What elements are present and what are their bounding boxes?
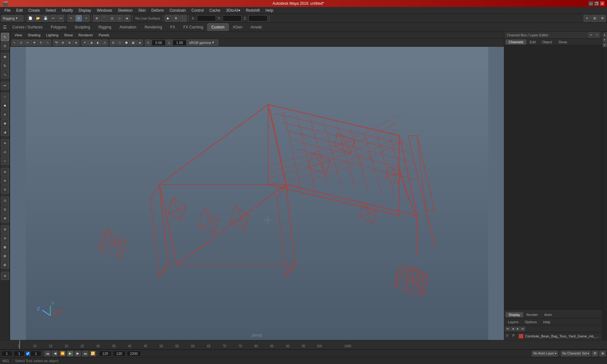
redo-button[interactable]: ↪ bbox=[57, 15, 64, 22]
step-back-btn[interactable]: ◀ bbox=[52, 351, 58, 356]
snap-view-button[interactable]: ◈ bbox=[124, 15, 131, 22]
menu-constrain[interactable]: Constrain bbox=[167, 8, 188, 13]
no-char-set-dropdown[interactable]: No Character Set ▾ bbox=[561, 351, 591, 356]
snap-surface-button[interactable]: ◇ bbox=[116, 15, 123, 22]
x-input[interactable] bbox=[197, 15, 216, 21]
snap-grid-button[interactable]: ⊕ bbox=[93, 15, 100, 22]
vp-grid-btn[interactable]: ⊞ bbox=[60, 39, 66, 46]
vp-lasso-btn[interactable]: ⊙ bbox=[18, 39, 24, 46]
snap-curve-button[interactable]: ⌒ bbox=[101, 15, 108, 22]
save-scene-button[interactable]: 💾 bbox=[42, 15, 49, 22]
extra-lt-4[interactable]: ▧ bbox=[1, 252, 9, 260]
extra-lt-1[interactable]: ⊞ bbox=[1, 225, 9, 234]
extra-lt-2[interactable]: ⊟ bbox=[1, 234, 9, 242]
snap-grid-lt[interactable]: ⊕ bbox=[1, 139, 9, 147]
render-lt-1[interactable]: ⊡ bbox=[1, 197, 9, 205]
tab-fx[interactable]: FX bbox=[166, 23, 179, 31]
subtab-layers[interactable]: Layers bbox=[506, 319, 521, 325]
vp-move-btn[interactable]: ✥ bbox=[31, 39, 38, 46]
tab-arnold[interactable]: Arnold bbox=[247, 23, 266, 31]
y-input[interactable] bbox=[223, 15, 242, 21]
rp-tab-edit[interactable]: Edit bbox=[526, 39, 539, 45]
vp-solid-btn[interactable]: ⬢ bbox=[123, 39, 130, 46]
layer-first-btn[interactable]: ⏮ bbox=[506, 327, 510, 331]
tab-xgen[interactable]: XGen bbox=[229, 23, 247, 31]
undo-button[interactable]: ↩ bbox=[50, 15, 57, 22]
viewport-canvas[interactable]: X Y Z persp bbox=[10, 47, 504, 340]
vp-paint-btn[interactable]: ✏ bbox=[25, 39, 31, 46]
step-fwd-btn[interactable]: ▶ bbox=[75, 351, 81, 356]
vp-light-btn[interactable]: ☀ bbox=[82, 39, 88, 46]
pivot-lt[interactable]: ⊗ bbox=[1, 177, 9, 185]
attr-settings-btn[interactable]: ⚙ bbox=[603, 43, 607, 47]
layer-row[interactable]: V P Cornhole_Bean_Bag_Toss_Yard_Game_mb_… bbox=[504, 332, 602, 340]
display-mode-4[interactable]: ▣ bbox=[1, 119, 9, 127]
go-to-start-btn[interactable]: ⏮ bbox=[44, 351, 51, 356]
tab-sculpting[interactable]: Sculpting bbox=[71, 23, 94, 31]
select-tool-lt[interactable]: ↖ bbox=[1, 33, 9, 41]
tab-curves-surfaces[interactable]: Curves / Surfaces bbox=[8, 23, 46, 31]
menu-deform[interactable]: Deform bbox=[149, 8, 166, 13]
attr-up-btn[interactable]: ▲ bbox=[603, 33, 607, 37]
channel-box-button[interactable]: ≡ bbox=[584, 15, 591, 22]
rp-tab-channels[interactable]: Channels bbox=[506, 39, 526, 45]
menu-modify[interactable]: Modify bbox=[59, 8, 75, 13]
attr-down-btn[interactable]: ▼ bbox=[603, 38, 607, 42]
tab-rendering[interactable]: Rendering bbox=[140, 23, 166, 31]
snap-surface-lt[interactable]: ◇ bbox=[1, 157, 9, 165]
soft-sel-lt[interactable]: ⊜ bbox=[1, 185, 9, 194]
vp-gamma-dropdown[interactable]: sRGB gamma ▾ bbox=[187, 39, 218, 46]
vp-iso-btn[interactable]: ⊟ bbox=[110, 39, 116, 46]
render-lt-3[interactable]: ⊠ bbox=[1, 214, 9, 222]
menu-cache[interactable]: Cache bbox=[207, 8, 223, 13]
menu-edit[interactable]: Edit bbox=[14, 8, 25, 13]
anim-end-input[interactable] bbox=[113, 351, 126, 356]
new-scene-button[interactable]: 📄 bbox=[27, 15, 34, 22]
vp-menu-renderer[interactable]: Renderer bbox=[76, 33, 95, 38]
ipr-button[interactable]: ⬛ bbox=[180, 15, 187, 22]
no-anim-layer-dropdown[interactable]: No Anim Layer ▾ bbox=[532, 351, 558, 356]
extra-lt-3[interactable]: ▦ bbox=[1, 243, 9, 251]
tab-fx-caching[interactable]: FX Caching bbox=[179, 23, 207, 31]
render-settings-button[interactable]: ⚙ bbox=[172, 15, 179, 22]
z-input[interactable] bbox=[248, 15, 267, 21]
vp-menu-lighting[interactable]: Lighting bbox=[44, 33, 61, 38]
menu-windows[interactable]: Windows bbox=[94, 8, 115, 13]
loop-btn[interactable]: 🔁 bbox=[90, 351, 96, 356]
vp-snap-btn[interactable]: ⊕ bbox=[66, 39, 73, 46]
extra-lt-5[interactable]: ▨ bbox=[1, 261, 9, 269]
display-mode-5[interactable]: ◪ bbox=[1, 128, 9, 136]
vp-ao-btn[interactable]: ◐ bbox=[95, 39, 101, 46]
tab-polygons[interactable]: Polygons bbox=[46, 23, 70, 31]
restore-button[interactable]: ❐ bbox=[594, 1, 599, 6]
vp-camera-btn[interactable]: 📷 bbox=[53, 39, 59, 46]
play-fwd-btn[interactable]: ▶ bbox=[67, 351, 73, 356]
frame-checkbox[interactable] bbox=[26, 352, 30, 355]
vp-gamma-btn[interactable]: γ bbox=[166, 39, 172, 46]
close-button[interactable]: ✕ bbox=[600, 1, 604, 6]
display-mode-3[interactable]: ⊞ bbox=[1, 110, 9, 118]
scale-tool-lt[interactable]: ⤡ bbox=[1, 70, 9, 79]
vp-aa-btn[interactable]: A bbox=[101, 39, 108, 46]
layer-next-btn[interactable]: ▶ bbox=[516, 327, 520, 331]
layer-prev-btn[interactable]: ◀ bbox=[511, 327, 515, 331]
menu-file[interactable]: File bbox=[2, 8, 13, 13]
vp-menu-shading[interactable]: Shading bbox=[25, 33, 43, 38]
subtab-options[interactable]: Options bbox=[522, 319, 539, 325]
vp-menu-show[interactable]: Show bbox=[62, 33, 76, 38]
open-scene-button[interactable]: 📂 bbox=[34, 15, 41, 22]
brush-tool-lt[interactable]: ✏ bbox=[1, 82, 9, 90]
tool-settings-button[interactable]: ⚙ bbox=[599, 15, 606, 22]
tab-rigging[interactable]: Rigging bbox=[94, 23, 115, 31]
vp-wire-btn[interactable]: ⬡ bbox=[117, 39, 123, 46]
vp-rotate-btn[interactable]: ↻ bbox=[38, 39, 44, 46]
menu-skin[interactable]: Skin bbox=[136, 8, 148, 13]
display-mode-1[interactable]: ⬡ bbox=[1, 93, 9, 101]
layer-last-btn[interactable]: ⏭ bbox=[521, 327, 525, 331]
panel-float-btn[interactable]: ⧉ bbox=[588, 33, 593, 38]
playback-end-input[interactable] bbox=[99, 351, 112, 356]
snap-point-lt[interactable]: ◎ bbox=[1, 148, 9, 156]
paint-select-button[interactable]: ⌖ bbox=[83, 15, 90, 22]
menu-redshift[interactable]: Redshift bbox=[243, 8, 262, 13]
rotate-tool-lt[interactable]: ↻ bbox=[1, 62, 9, 70]
